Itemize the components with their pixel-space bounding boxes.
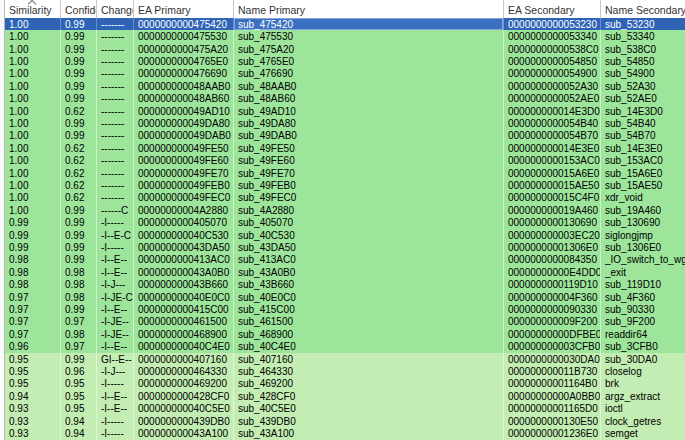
cell-name-secondary: sub_4F360 <box>601 291 685 303</box>
cell-similarity: 0.95 <box>5 353 61 365</box>
cell-ea-primary: 0000000000469200 <box>134 378 234 390</box>
cell-change: ------- <box>97 167 134 179</box>
cell-similarity: 1.00 <box>5 43 61 55</box>
table-row[interactable]: 0.990.99-I--E-C000000000040C530sub_40C53… <box>0 229 685 241</box>
cell-name-primary: sub_49DA80 <box>234 117 504 129</box>
table-row[interactable]: 1.000.62-------000000000049FEB0sub_49FEB… <box>0 179 685 191</box>
cell-ea-secondary: 00000000001165D0 <box>504 403 601 415</box>
table-row[interactable]: 1.000.99-------0000000000475420sub_47542… <box>0 18 685 30</box>
table-row[interactable]: 1.000.62-------000000000049FEC0sub_49FEC… <box>0 192 685 204</box>
cell-name-secondary: sub_15A6E0 <box>601 167 685 179</box>
cell-ea-primary: 00000000004A2880 <box>134 204 234 216</box>
cell-ea-primary: 000000000043A0B0 <box>134 266 234 278</box>
table-row[interactable]: 0.970.98-I-JE--0000000000468900sub_46890… <box>0 328 685 340</box>
table-row[interactable]: 0.970.99-I--E--0000000000415C00sub_415C0… <box>0 303 685 315</box>
table-row[interactable]: 0.980.98-I--E--000000000043A0B0sub_43A0B… <box>0 266 685 278</box>
cell-change: -I--E-- <box>97 266 134 278</box>
table-row[interactable]: 0.940.95-I--E--0000000000428CF0sub_428CF… <box>0 390 685 402</box>
column-header-confidence[interactable]: Confidence <box>61 0 97 18</box>
table-row[interactable]: 1.000.99-------000000000049DA80sub_49DA8… <box>0 117 685 129</box>
column-header-similarity[interactable]: Similarity <box>5 0 61 18</box>
table-row[interactable]: 1.000.99------C00000000004A2880sub_4A288… <box>0 204 685 216</box>
table-row[interactable]: 1.000.62-------000000000049FE70sub_49FE7… <box>0 167 685 179</box>
cell-ea-secondary: 0000000000084350 <box>504 254 601 266</box>
cell-name-primary: sub_43A100 <box>234 427 504 439</box>
cell-name-primary: sub_475420 <box>234 18 504 30</box>
cell-ea-primary: 0000000000476690 <box>134 68 234 80</box>
cell-change: -I--E-C <box>97 229 134 241</box>
table-row[interactable]: 0.930.95-I--E--000000000040C5E0sub_40C5E… <box>0 403 685 415</box>
table-row[interactable]: 0.980.98-I-J---000000000043B660sub_43B66… <box>0 279 685 291</box>
cell-confidence: 0.62 <box>61 105 97 117</box>
cell-confidence: 0.94 <box>61 427 97 439</box>
cell-confidence: 0.99 <box>61 80 97 92</box>
column-header-ea-secondary[interactable]: EA Secondary <box>504 0 601 18</box>
column-header-change[interactable]: Change <box>97 0 134 18</box>
table-row[interactable]: 1.000.62-------000000000049AD10sub_49AD1… <box>0 105 685 117</box>
cell-confidence: 0.99 <box>61 229 97 241</box>
cell-ea-secondary: 0000000000153AC0 <box>504 154 601 166</box>
cell-similarity: 1.00 <box>5 68 61 80</box>
table-row[interactable]: 0.970.98-I-JE-C000000000040E0C0sub_40E0C… <box>0 291 685 303</box>
column-header-ea-primary[interactable]: EA Primary <box>134 0 234 18</box>
table-row[interactable]: 1.000.99-------0000000000475530sub_47553… <box>0 30 685 42</box>
table-row[interactable]: 1.000.62-------000000000049FE60sub_49FE6… <box>0 154 685 166</box>
cell-change: -I----- <box>97 378 134 390</box>
cell-name-secondary: argz_extract <box>601 390 685 402</box>
cell-similarity: 1.00 <box>5 55 61 67</box>
cell-ea-primary: 000000000048AB60 <box>134 92 234 104</box>
cell-change: ------- <box>97 18 134 30</box>
cell-change: ------- <box>97 154 134 166</box>
table-row[interactable]: 0.970.97-I-JE--0000000000461500sub_46150… <box>0 316 685 328</box>
table-row[interactable]: 1.000.99-------000000000048AAB0sub_48AAB… <box>0 80 685 92</box>
cell-name-secondary: clock_getres <box>601 415 685 427</box>
cell-ea-primary: 0000000000475A20 <box>134 43 234 55</box>
cell-change: ------- <box>97 55 134 67</box>
table-row[interactable]: 0.930.94-I-----0000000000439DB0sub_439DB… <box>0 415 685 427</box>
table-row[interactable]: 0.930.94-I-----000000000043A100sub_43A10… <box>0 427 685 439</box>
cell-confidence: 0.99 <box>61 55 97 67</box>
table-row[interactable]: 0.990.99-I-----0000000000405070sub_40507… <box>0 217 685 229</box>
cell-ea-primary: 000000000049FEB0 <box>134 179 234 191</box>
cell-change: ------- <box>97 179 134 191</box>
column-header-name-primary[interactable]: Name Primary <box>234 0 504 18</box>
table-row[interactable]: 0.950.99GI--E--0000000000407160sub_40716… <box>0 353 685 365</box>
cell-change: ------- <box>97 92 134 104</box>
cell-ea-primary: 0000000000461500 <box>134 316 234 328</box>
table-row[interactable]: 0.980.99-I--E--0000000000413AC0sub_413AC… <box>0 254 685 266</box>
cell-similarity: 1.00 <box>5 154 61 166</box>
cell-ea-primary: 0000000000439DB0 <box>134 415 234 427</box>
table-row[interactable]: 1.000.99-------00000000004765E0sub_4765E… <box>0 55 685 67</box>
column-header-label: Change <box>101 4 134 16</box>
table-row[interactable]: 0.950.96-I-J---0000000000464330sub_46433… <box>0 365 685 377</box>
cell-ea-primary: 000000000040C5E0 <box>134 403 234 415</box>
cell-name-secondary: sub_30DA0 <box>601 353 685 365</box>
cell-change: -I----- <box>97 241 134 253</box>
cell-name-primary: sub_48AAB0 <box>234 80 504 92</box>
table-row[interactable]: 0.990.99-I-----000000000043DA50sub_43DA5… <box>0 241 685 253</box>
cell-name-secondary: _exit <box>601 266 685 278</box>
column-header-name-secondary[interactable]: Name Secondary <box>601 0 685 18</box>
cell-similarity: 0.97 <box>5 303 61 315</box>
cell-ea-primary: 000000000049AD10 <box>134 105 234 117</box>
cell-name-secondary: sub_14E3E0 <box>601 142 685 154</box>
table-row[interactable]: 1.000.62-------000000000049FE50sub_49FE5… <box>0 142 685 154</box>
cell-change: ------- <box>97 43 134 55</box>
cell-ea-primary: 0000000000468900 <box>134 328 234 340</box>
table-row[interactable]: 1.000.99-------000000000049DAB0sub_49DAB… <box>0 130 685 142</box>
cell-ea-secondary: 0000000000130690 <box>504 217 601 229</box>
cell-name-primary: sub_49FEC0 <box>234 192 504 204</box>
cell-name-secondary: sub_538C0 <box>601 43 685 55</box>
cell-ea-primary: 000000000049FEC0 <box>134 192 234 204</box>
cell-ea-secondary: 0000000000053230 <box>504 18 601 30</box>
cell-ea-secondary: 0000000000054900 <box>504 68 601 80</box>
table-row[interactable]: 1.000.99-------000000000048AB60sub_48AB6… <box>0 92 685 104</box>
table-row[interactable]: 0.960.97-I--E--000000000040C4E0sub_40C4E… <box>0 341 685 353</box>
cell-change: -I-J--- <box>97 365 134 377</box>
cell-confidence: 0.99 <box>61 92 97 104</box>
table-row[interactable]: 1.000.99-------0000000000475A20sub_475A2… <box>0 43 685 55</box>
table-row[interactable]: 0.950.95-I-----0000000000469200sub_46920… <box>0 378 685 390</box>
cell-ea-primary: 000000000043B660 <box>134 279 234 291</box>
table-row[interactable]: 1.000.99-------0000000000476690sub_47669… <box>0 68 685 80</box>
cell-confidence: 0.62 <box>61 167 97 179</box>
